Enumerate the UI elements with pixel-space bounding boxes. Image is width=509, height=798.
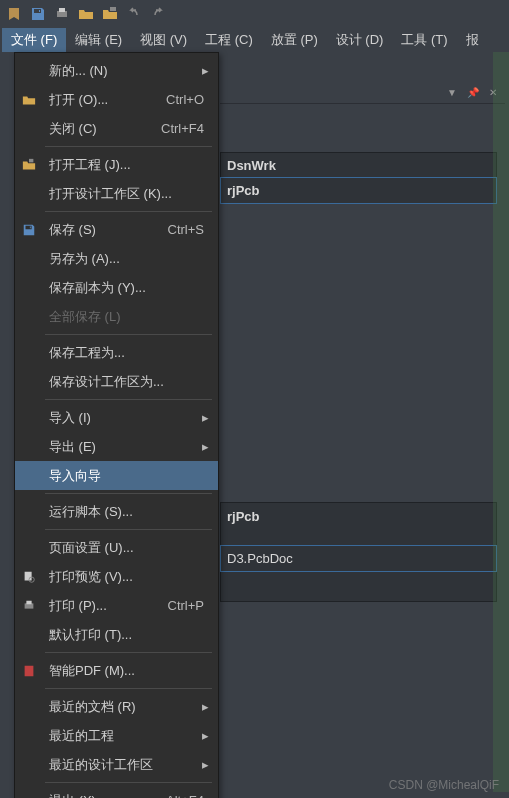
- menu-separator: [45, 688, 212, 689]
- save-icon[interactable]: [30, 6, 46, 22]
- tree-row-project2[interactable]: rjPcb: [221, 503, 496, 529]
- print-preview-icon: [15, 562, 43, 591]
- menu-item-run-script[interactable]: 运行脚本 (S)...: [15, 497, 218, 526]
- menu-file[interactable]: 文件 (F): [2, 28, 66, 52]
- menu-separator: [45, 146, 212, 147]
- svg-rect-3: [29, 158, 33, 162]
- menu-item-save-workspace[interactable]: 保存设计工作区为...: [15, 367, 218, 396]
- menu-separator: [45, 652, 212, 653]
- menu-item-print-preview[interactable]: 打印预览 (V)...: [15, 562, 218, 591]
- open-folder-icon[interactable]: [78, 6, 94, 22]
- menu-separator: [45, 399, 212, 400]
- menu-separator: [45, 493, 212, 494]
- file-menu-dropdown: 新的... (N)▸ 打开 (O)...Ctrl+O 关闭 (C)Ctrl+F4…: [14, 52, 219, 798]
- menu-separator: [45, 334, 212, 335]
- menu-item-import[interactable]: 导入 (I)▸: [15, 403, 218, 432]
- logo-icon[interactable]: [6, 6, 22, 22]
- menu-design[interactable]: 设计 (D): [327, 28, 393, 52]
- menu-item-save-project[interactable]: 保存工程为...: [15, 338, 218, 367]
- tree-row-doc[interactable]: D3.PcbDoc: [220, 545, 497, 572]
- undo-icon[interactable]: [126, 6, 142, 22]
- menu-item-new[interactable]: 新的... (N)▸: [15, 56, 218, 85]
- watermark: CSDN @MichealQiF: [389, 778, 499, 792]
- menu-item-save-copy[interactable]: 保存副本为 (Y)...: [15, 273, 218, 302]
- panel-header: ▼ 📌 ✕: [220, 82, 505, 104]
- menu-item-open-workspace[interactable]: 打开设计工作区 (K)...: [15, 179, 218, 208]
- menu-separator: [45, 782, 212, 783]
- menubar: 文件 (F) 编辑 (E) 视图 (V) 工程 (C) 放置 (P) 设计 (D…: [0, 28, 509, 52]
- pin-icon[interactable]: 📌: [467, 87, 479, 98]
- menu-item-recent-projects[interactable]: 最近的工程▸: [15, 721, 218, 750]
- menu-item-save-all: 全部保存 (L): [15, 302, 218, 331]
- menu-item-page-setup[interactable]: 页面设置 (U)...: [15, 533, 218, 562]
- toolbar: [0, 0, 509, 28]
- print-setup-icon[interactable]: [54, 6, 70, 22]
- menu-place[interactable]: 放置 (P): [262, 28, 327, 52]
- open-project-icon[interactable]: [102, 6, 118, 22]
- menu-item-save[interactable]: 保存 (S)Ctrl+S: [15, 215, 218, 244]
- menu-item-open-project[interactable]: 打开工程 (J)...: [15, 150, 218, 179]
- menu-item-smart-pdf[interactable]: 智能PDF (M)...: [15, 656, 218, 685]
- dropdown-icon[interactable]: ▼: [447, 87, 457, 98]
- menu-item-default-print[interactable]: 默认打印 (T)...: [15, 620, 218, 649]
- menu-project[interactable]: 工程 (C): [196, 28, 262, 52]
- tree-row-workspace[interactable]: DsnWrk: [221, 153, 496, 178]
- menu-tools[interactable]: 工具 (T): [392, 28, 456, 52]
- menu-item-recent-docs[interactable]: 最近的文档 (R)▸: [15, 692, 218, 721]
- menu-item-print[interactable]: 打印 (P)...Ctrl+P: [15, 591, 218, 620]
- menu-item-exit[interactable]: 退出 (X)Alt+F4: [15, 786, 218, 798]
- menu-item-open[interactable]: 打开 (O)...Ctrl+O: [15, 85, 218, 114]
- menu-edit[interactable]: 编辑 (E): [66, 28, 131, 52]
- svg-rect-1: [59, 8, 65, 12]
- open-folder-icon: [15, 85, 43, 114]
- menu-item-export[interactable]: 导出 (E)▸: [15, 432, 218, 461]
- menu-report[interactable]: 报: [457, 28, 488, 52]
- svg-rect-4: [25, 571, 32, 580]
- tree-row-project[interactable]: rjPcb: [220, 177, 497, 204]
- menu-separator: [45, 529, 212, 530]
- svg-rect-8: [25, 665, 34, 676]
- menu-item-recent-workspaces[interactable]: 最近的设计工作区▸: [15, 750, 218, 779]
- svg-rect-2: [110, 7, 116, 11]
- menu-view[interactable]: 视图 (V): [131, 28, 196, 52]
- open-project-icon: [15, 150, 43, 179]
- menu-item-import-wizard[interactable]: 导入向导: [15, 461, 218, 490]
- save-icon: [15, 215, 43, 244]
- right-dock-strip[interactable]: [493, 52, 509, 792]
- menu-item-close[interactable]: 关闭 (C)Ctrl+F4: [15, 114, 218, 143]
- svg-rect-7: [26, 600, 31, 604]
- menu-separator: [45, 211, 212, 212]
- redo-icon[interactable]: [150, 6, 166, 22]
- print-icon: [15, 591, 43, 620]
- menu-item-save-as[interactable]: 另存为 (A)...: [15, 244, 218, 273]
- pdf-icon: [15, 656, 43, 685]
